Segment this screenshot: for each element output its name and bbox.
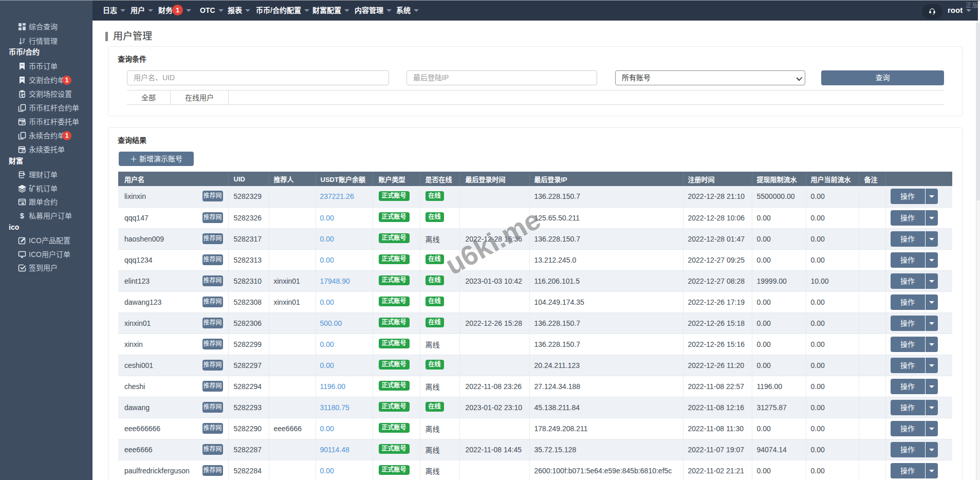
svg-text:$: $ [20,212,24,220]
